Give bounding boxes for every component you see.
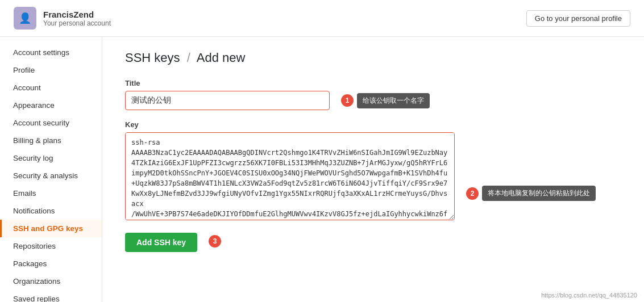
add-btn-row: Add SSH key 3	[125, 230, 621, 252]
sidebar-item-emails[interactable]: Emails	[0, 184, 102, 202]
title-form-group: Title 1 给该公钥取一个名字	[125, 79, 621, 110]
key-textarea[interactable]	[125, 132, 455, 220]
title-annotation: 1 给该公钥取一个名字	[341, 93, 430, 108]
main-content: SSH keys / Add new Title 1 给该公钥取一个名字 Key…	[102, 37, 644, 302]
sidebar-item-account[interactable]: Account	[0, 79, 102, 97]
top-header: 👤 FrancisZend Your personal account Go t…	[0, 0, 644, 37]
annotation2-bubble: 将本地电脑复制的公钥粘贴到此处	[482, 186, 596, 201]
sidebar-item-security-log[interactable]: Security log	[0, 149, 102, 167]
sidebar-item-notifications[interactable]: Notifications	[0, 202, 102, 220]
annotation3-circle: 3	[209, 235, 221, 248]
annotation3: 3	[209, 235, 221, 248]
annotation2: 2 将本地电脑复制的公钥粘贴到此处	[466, 186, 596, 201]
header-left: 👤 FrancisZend Your personal account	[14, 7, 111, 30]
sidebar-item-appearance[interactable]: Appearance	[0, 97, 102, 114]
sidebar: Account settingsProfileAccountAppearance…	[0, 37, 102, 302]
sidebar-item-security-analysis[interactable]: Security & analysis	[0, 167, 102, 184]
annotation1-circle: 1	[341, 94, 354, 107]
go-to-profile-button[interactable]: Go to your personal profile	[526, 10, 630, 27]
sidebar-item-billing-plans[interactable]: Billing & plans	[0, 132, 102, 149]
layout: Account settingsProfileAccountAppearance…	[0, 37, 644, 302]
sidebar-item-organizations[interactable]: Organizations	[0, 272, 102, 290]
annotation2-circle: 2	[466, 187, 479, 200]
key-form-group: Key 2 将本地电脑复制的公钥粘贴到此处	[125, 120, 621, 220]
title-input[interactable]	[125, 91, 330, 110]
title-row: 1 给该公钥取一个名字	[125, 91, 621, 110]
avatar: 👤	[14, 7, 36, 30]
breadcrumb-current: Add new	[197, 51, 246, 65]
annotation1-bubble: 给该公钥取一个名字	[357, 93, 430, 108]
key-row: 2 将本地电脑复制的公钥粘贴到此处	[125, 132, 621, 220]
sidebar-item-packages[interactable]: Packages	[0, 255, 102, 272]
title-label: Title	[125, 79, 621, 87]
subtitle-label: Your personal account	[43, 19, 111, 27]
sidebar-item-saved-replies[interactable]: Saved replies	[0, 290, 102, 302]
sidebar-item-repositories[interactable]: Repositories	[0, 237, 102, 255]
username-label: FrancisZend	[43, 10, 111, 19]
sidebar-item-ssh-gpg-keys[interactable]: SSH and GPG keys	[0, 220, 102, 237]
sidebar-item-profile[interactable]: Profile	[0, 61, 102, 79]
sidebar-item-account-security[interactable]: Account security	[0, 114, 102, 132]
key-label: Key	[125, 120, 621, 129]
page-title: SSH keys / Add new	[125, 51, 621, 65]
breadcrumb-root: SSH keys	[125, 51, 180, 65]
sidebar-item-account-settings[interactable]: Account settings	[0, 44, 102, 61]
user-info: FrancisZend Your personal account	[43, 10, 111, 27]
url-footer: https://blog.csdn.net/qq_44835120	[541, 292, 637, 299]
add-ssh-key-button[interactable]: Add SSH key	[125, 233, 197, 252]
breadcrumb-separator: /	[187, 51, 190, 65]
